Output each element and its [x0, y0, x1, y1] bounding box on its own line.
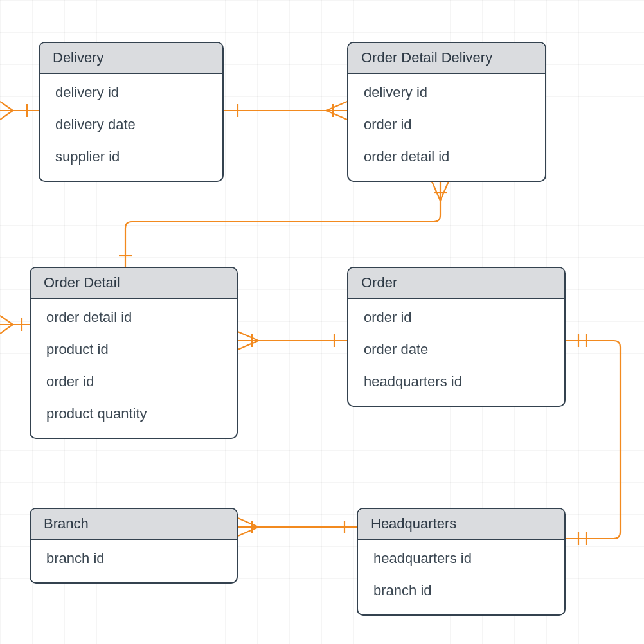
entity-title: Order Detail	[31, 268, 237, 299]
entity-attr: branch id	[358, 575, 564, 607]
entity-attr: delivery id	[40, 76, 222, 109]
entity-attr: product quantity	[31, 398, 237, 430]
entity-attr: order id	[348, 301, 564, 334]
entity-headquarters[interactable]: Headquarters headquarters id branch id	[357, 508, 566, 616]
entity-title: Order	[348, 268, 564, 299]
entity-attrs: order id order date headquarters id	[348, 299, 564, 406]
entity-attrs: order detail id product id order id prod…	[31, 299, 237, 438]
entity-title: Headquarters	[358, 509, 564, 540]
entity-order-detail[interactable]: Order Detail order detail id product id …	[30, 267, 238, 439]
entity-attr: headquarters id	[348, 366, 564, 398]
entity-attrs: delivery id delivery date supplier id	[40, 74, 222, 181]
entity-attr: branch id	[31, 542, 237, 575]
entity-attr: order id	[31, 366, 237, 398]
entity-attrs: delivery id order id order detail id	[348, 74, 545, 181]
entity-attr: headquarters id	[358, 542, 564, 575]
entity-attr: supplier id	[40, 141, 222, 173]
entity-attrs: branch id	[31, 540, 237, 582]
entity-attr: delivery date	[40, 109, 222, 141]
entity-title: Order Detail Delivery	[348, 43, 545, 74]
entity-attr: order detail id	[31, 301, 237, 334]
entity-order[interactable]: Order order id order date headquarters i…	[347, 267, 566, 407]
entity-attr: order date	[348, 334, 564, 366]
entity-title: Delivery	[40, 43, 222, 74]
entity-order-detail-delivery[interactable]: Order Detail Delivery delivery id order …	[347, 42, 546, 182]
entity-delivery[interactable]: Delivery delivery id delivery date suppl…	[39, 42, 224, 182]
entity-attr: order detail id	[348, 141, 545, 173]
entity-attr: product id	[31, 334, 237, 366]
entity-attrs: headquarters id branch id	[358, 540, 564, 614]
entity-branch[interactable]: Branch branch id	[30, 508, 238, 584]
entity-attr: delivery id	[348, 76, 545, 109]
entity-title: Branch	[31, 509, 237, 540]
entity-attr: order id	[348, 109, 545, 141]
